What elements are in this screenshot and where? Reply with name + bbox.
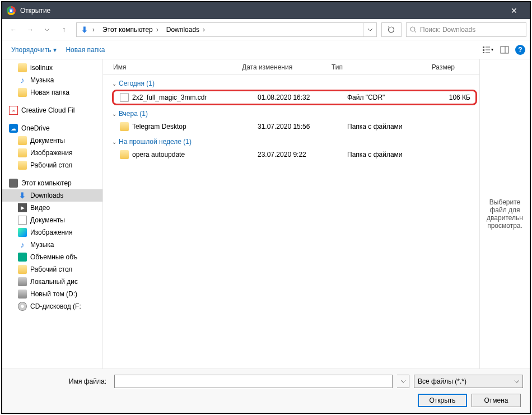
toolbar: Упорядочить ▾ Новая папка ▾ ? (2, 40, 530, 59)
search-input[interactable]: Поиск: Downloads (406, 22, 526, 37)
filename-label: Имя файла: (9, 377, 110, 385)
tree-item-label: CD-дисковод (F: (30, 302, 81, 310)
tree-item[interactable]: ♪Музыка (2, 74, 102, 86)
tree-item[interactable]: ☁OneDrive (2, 122, 102, 134)
file-date: 23.07.2020 9:22 (258, 151, 347, 158)
tree-item-label: Рабочий стол (30, 161, 72, 169)
file-row[interactable]: opera autoupdate23.07.2020 9:22Папка с ф… (110, 148, 479, 161)
cube-icon (18, 253, 27, 262)
window-title: Открытие (20, 7, 503, 15)
folder-icon (18, 161, 27, 170)
group-header[interactable]: Вчера (1) (110, 108, 479, 120)
tree-item-label: Музыка (30, 76, 54, 84)
tree-item[interactable]: Новый том (D:) (2, 288, 102, 300)
file-row[interactable]: Telegram Desktop31.07.2020 15:56Папка с … (110, 120, 479, 133)
group-header[interactable]: На прошлой неделе (1) (110, 136, 479, 148)
breadcrumb-dropdown[interactable] (363, 23, 376, 36)
refresh-button[interactable] (381, 22, 402, 37)
folder-icon (18, 148, 27, 157)
cancel-button[interactable]: Отмена (472, 394, 521, 407)
open-button[interactable]: Открыть (418, 394, 467, 407)
preview-pane-toggle[interactable] (498, 44, 511, 56)
filename-dropdown[interactable] (397, 375, 409, 388)
cd-icon (18, 302, 27, 311)
search-icon (410, 26, 417, 33)
file-name: 2x2_full_magic_3mm.cdr (132, 94, 258, 101)
file-type: Файл "CDR" (347, 94, 426, 101)
tree-item[interactable]: isolinux (2, 62, 102, 74)
drive-icon (18, 290, 27, 299)
organize-menu[interactable]: Упорядочить ▾ (7, 44, 61, 56)
pc-icon (9, 179, 18, 188)
tree-item[interactable]: Документы (2, 214, 102, 226)
music-icon: ♪ (18, 76, 27, 85)
file-type-filter[interactable]: Все файлы (*.*) (414, 375, 523, 388)
file-name: opera autoupdate (132, 151, 258, 158)
col-name[interactable]: Имя (113, 63, 242, 71)
tree-item[interactable]: Новая папка (2, 86, 102, 99)
tree-item-label: Документы (30, 216, 65, 224)
tree-item-label: Новый том (D:) (30, 290, 77, 298)
tree-item-label: Рабочий стол (30, 265, 72, 273)
file-icon (120, 93, 129, 102)
refresh-icon (388, 26, 395, 34)
tree-item-label: OneDrive (21, 124, 50, 132)
tree-item[interactable]: Документы (2, 134, 102, 147)
tree-item[interactable]: ♪Музыка (2, 239, 102, 251)
recent-dropdown[interactable] (39, 22, 55, 38)
col-size[interactable]: Размер (410, 63, 455, 71)
tree-item[interactable]: Рабочий стол (2, 159, 102, 171)
tree-item-label: Изображения (30, 229, 72, 236)
back-button[interactable]: ← (6, 22, 21, 38)
group-header[interactable]: Сегодня (1) (110, 77, 479, 90)
up-button[interactable]: ↑ (56, 22, 72, 38)
dl-icon: ⬇ (18, 191, 27, 200)
file-type: Папка с файлами (347, 123, 426, 130)
col-date[interactable]: Дата изменения (242, 63, 332, 71)
column-headers[interactable]: Имя Дата изменения Тип Размер (103, 59, 479, 75)
svg-rect-3 (483, 49, 484, 51)
tree-item[interactable]: Изображения (2, 226, 102, 239)
tree-item-label: Локальный дис (30, 278, 78, 286)
tree-item[interactable]: Этот компьютер (2, 177, 102, 189)
file-date: 01.08.2020 16:32 (258, 94, 347, 101)
chevron-down-icon: ▾ (53, 46, 57, 54)
breadcrumb-seg-1[interactable]: Downloads (163, 23, 209, 36)
tree-item[interactable]: ∞Creative Cloud Fil (2, 104, 102, 116)
view-mode-button[interactable]: ▾ (482, 44, 494, 56)
tree-item[interactable]: Рабочий стол (2, 263, 102, 276)
svg-rect-2 (483, 46, 484, 48)
svg-rect-8 (501, 46, 508, 53)
breadcrumb-seg-0[interactable]: Этот компьютер (99, 23, 163, 36)
tree-item-label: Объемные объ (30, 253, 77, 261)
new-folder-button[interactable]: Новая папка (61, 44, 109, 56)
svg-point-0 (410, 27, 415, 31)
tree-item[interactable]: CD-дисковод (F: (2, 300, 102, 313)
onedrive-icon: ☁ (9, 124, 18, 133)
img-icon (18, 228, 27, 237)
chrome-icon (7, 6, 16, 15)
video-icon: ▶ (18, 203, 27, 212)
tree-item-label: Downloads (30, 192, 63, 199)
filename-input[interactable] (114, 375, 393, 388)
tree-item[interactable]: ▶Видео (2, 202, 102, 214)
help-button[interactable]: ? (515, 45, 525, 55)
file-row[interactable]: 2x2_full_magic_3mm.cdr01.08.2020 16:32Фа… (113, 91, 476, 104)
forward-button[interactable]: → (22, 22, 38, 38)
search-placeholder: Поиск: Downloads (420, 26, 475, 34)
svg-rect-4 (483, 52, 484, 53)
folder-tree[interactable]: isolinux♪МузыкаНовая папка∞Creative Clou… (2, 59, 103, 369)
col-type[interactable]: Тип (332, 63, 410, 71)
tree-item[interactable]: ⬇Downloads (2, 189, 102, 202)
tree-item[interactable]: Объемные объ (2, 251, 102, 263)
tree-item[interactable]: Изображения (2, 147, 102, 159)
close-button[interactable]: ✕ (503, 6, 525, 15)
breadcrumb[interactable]: ⬇ Этот компьютер Downloads (76, 22, 377, 37)
view-list-icon (482, 46, 491, 54)
folder-icon (120, 150, 129, 159)
preview-pane-icon (500, 46, 509, 54)
tree-item-label: Документы (30, 137, 65, 144)
tree-item[interactable]: Локальный дис (2, 276, 102, 288)
breadcrumb-root-icon[interactable]: ⬇ (77, 23, 99, 36)
tree-item-label: isolinux (30, 64, 53, 72)
